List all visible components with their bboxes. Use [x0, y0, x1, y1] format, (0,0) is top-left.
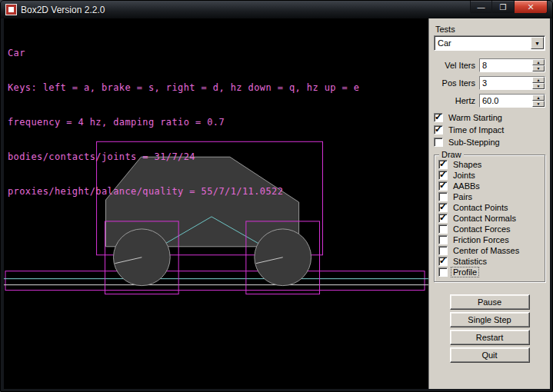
checkbox-label: Center of Masses: [451, 246, 521, 255]
stats-line-bodies: bodies/contacts/joints = 31/7/24: [8, 151, 359, 163]
checkbox-shapes[interactable]: Shapes: [438, 160, 543, 169]
checkbox-joints[interactable]: Joints: [438, 171, 543, 180]
checkbox-pairs[interactable]: Pairs: [438, 192, 543, 201]
pos-iters-field: ▲ ▼: [479, 76, 545, 90]
checkbox-box[interactable]: [438, 235, 448, 244]
hertz-label: Hertz: [455, 96, 475, 105]
restart-button[interactable]: Restart: [450, 330, 530, 345]
checkbox-label: Sub-Stepping: [447, 138, 501, 147]
dropdown-arrow-icon[interactable]: ▼: [531, 37, 544, 49]
checkbox-box[interactable]: [438, 192, 448, 201]
checkbox-label: Friction Forces: [451, 235, 511, 244]
simulation-viewport[interactable]: Car Keys: left = a, brake = s, right = d…: [4, 18, 428, 389]
ground-aabb: [5, 271, 425, 291]
checkbox-box[interactable]: [434, 113, 443, 122]
pos-iters-spinner: ▲ ▼: [532, 77, 545, 89]
checkbox-box[interactable]: [438, 171, 448, 180]
close-button[interactable]: ✕: [514, 1, 548, 14]
left-wheel-shape: [113, 229, 170, 286]
vel-iters-input[interactable]: [480, 59, 532, 71]
checkbox-label: Profile: [451, 267, 478, 277]
stats-line-keys: Keys: left = a, brake = s, right = d, hz…: [8, 82, 359, 94]
checkbox-box[interactable]: [438, 160, 448, 169]
quit-button[interactable]: Quit: [450, 347, 530, 363]
checkbox-contact-forces[interactable]: Contact Forces: [438, 224, 543, 234]
checkbox-box[interactable]: [438, 214, 448, 223]
checkbox-profile[interactable]: Profile: [438, 267, 543, 277]
checkbox-friction-forces[interactable]: Friction Forces: [438, 235, 543, 244]
checkbox-sub-stepping[interactable]: Sub-Stepping: [434, 138, 545, 147]
checkbox-label: Contact Normals: [451, 214, 518, 223]
checkbox-box[interactable]: [438, 257, 448, 266]
spin-up-icon[interactable]: ▲: [532, 59, 545, 65]
checkbox-box[interactable]: [434, 138, 443, 147]
checkbox-label: Joints: [451, 171, 477, 180]
vel-iters-row: Vel Iters ▲ ▼: [434, 58, 545, 72]
spin-up-icon[interactable]: ▲: [532, 77, 545, 83]
stats-line-title: Car: [8, 48, 359, 59]
stats-line-frequency: frequency = 4 hz, damping ratio = 0.7: [8, 117, 359, 128]
tests-label: Tests: [435, 25, 545, 34]
spin-down-icon[interactable]: ▼: [532, 65, 545, 71]
draw-groupbox: Draw Shapes Joints AABBs Pairs: [434, 154, 545, 282]
spin-down-icon[interactable]: ▼: [532, 83, 545, 89]
single-step-button[interactable]: Single Step: [450, 312, 530, 327]
pos-iters-row: Pos Iters ▲ ▼: [434, 76, 545, 90]
hertz-row: Hertz ▲ ▼: [434, 94, 545, 108]
control-panel: Tests Car ▼ Vel Iters ▲ ▼ Pos Iters: [428, 18, 550, 389]
vel-iters-label: Vel Iters: [445, 61, 475, 70]
tests-dropdown[interactable]: Car ▼: [434, 35, 545, 51]
spin-up-icon[interactable]: ▲: [532, 95, 545, 101]
checkbox-label: Warm Starting: [447, 113, 504, 122]
pause-button[interactable]: Pause: [450, 294, 530, 310]
checkbox-label: AABBs: [451, 181, 481, 191]
window-content: Car Keys: left = a, brake = s, right = d…: [4, 18, 550, 389]
checkbox-label: Time of Impact: [447, 125, 505, 135]
vel-iters-spinner: ▲ ▼: [532, 59, 545, 71]
checkbox-statistics[interactable]: Statistics: [438, 257, 543, 266]
pos-iters-label: Pos Iters: [442, 78, 475, 88]
window-title: Box2D Version 2.2.0: [21, 5, 470, 15]
action-buttons: Pause Single Step Restart Quit: [434, 293, 545, 364]
checkbox-box[interactable]: [438, 181, 448, 191]
checkbox-center-of-masses[interactable]: Center of Masses: [438, 246, 543, 255]
checkbox-aabbs[interactable]: AABBs: [438, 181, 543, 191]
checkbox-label: Statistics: [451, 257, 488, 266]
checkbox-box[interactable]: [438, 224, 448, 234]
checkbox-warm-starting[interactable]: Warm Starting: [434, 113, 545, 122]
checkbox-label: Contact Forces: [451, 224, 512, 234]
vel-iters-field: ▲ ▼: [479, 58, 545, 72]
checkbox-contact-points[interactable]: Contact Points: [438, 203, 543, 212]
titlebar[interactable]: Box2D Version 2.2.0 — ❐ ✕: [1, 1, 552, 18]
hertz-spinner: ▲ ▼: [532, 95, 545, 107]
maximize-button[interactable]: ❐: [492, 1, 514, 14]
checkbox-label: Shapes: [451, 160, 483, 169]
box2d-window: Box2D Version 2.2.0 — ❐ ✕: [0, 0, 553, 392]
app-icon: [5, 4, 17, 15]
pos-iters-input[interactable]: [480, 77, 532, 89]
spin-down-icon[interactable]: ▼: [532, 101, 545, 107]
checkbox-label: Contact Points: [451, 203, 510, 212]
tests-dropdown-value: Car: [435, 38, 531, 48]
checkbox-contact-normals[interactable]: Contact Normals: [438, 214, 543, 223]
window-controls: — ❐ ✕: [470, 1, 548, 14]
checkbox-label: Pairs: [451, 192, 474, 201]
checkbox-time-of-impact[interactable]: Time of Impact: [434, 125, 545, 135]
debug-stats-text: Car Keys: left = a, brake = s, right = d…: [8, 25, 359, 221]
minimize-button[interactable]: —: [470, 1, 492, 14]
checkbox-box[interactable]: [438, 246, 448, 255]
checkbox-box[interactable]: [438, 267, 448, 277]
checkbox-box[interactable]: [438, 203, 448, 212]
hertz-input[interactable]: [480, 95, 532, 107]
checkbox-box[interactable]: [434, 125, 443, 135]
hertz-field: ▲ ▼: [479, 94, 545, 108]
stats-line-proxies: proxies/height/balance/quality = 55/7/1/…: [8, 186, 359, 198]
